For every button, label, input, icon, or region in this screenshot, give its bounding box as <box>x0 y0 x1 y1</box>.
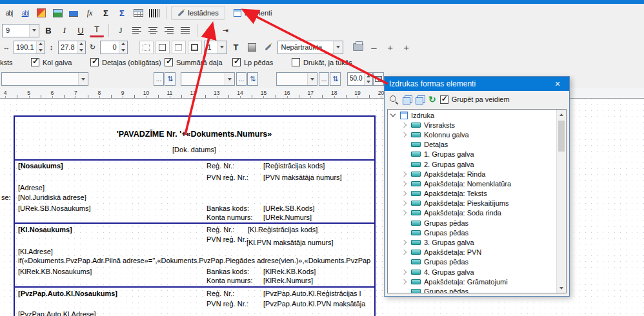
size-spinner[interactable]: 50.0 <box>347 72 373 86</box>
text-style-button[interactable]: J <box>114 23 128 37</box>
browse-button[interactable]: ... <box>154 72 164 86</box>
tree-item[interactable]: Apakšdetaļa: Soda rinda <box>388 208 556 218</box>
settings-button[interactable]: Iestādnes <box>171 6 225 20</box>
tree-item[interactable]: Grupas pēdas <box>388 286 556 293</box>
field-combo[interactable] <box>181 72 235 86</box>
vat-reg-label[interactable]: PVN reģ. Nr.: <box>206 173 248 181</box>
shading-button[interactable] <box>245 40 259 54</box>
band-checkbox[interactable]: Drukāt, ja tukšs <box>292 58 352 66</box>
underline-button[interactable]: U <box>74 23 88 37</box>
supplier-bank-field[interactable]: [URek.SB.Nosaukums] <box>18 204 90 212</box>
frame-box-button[interactable] <box>156 41 170 54</box>
vat-reg-label[interactable]: PVN reģ. Nr.: <box>206 300 248 308</box>
tree-item[interactable]: Apakšdetaļa: PVN <box>388 248 556 257</box>
tree-item[interactable]: Apakšdetaļa: Teksts <box>388 189 556 199</box>
client-bank-code-field[interactable]: [KlRek.KB.Kods] <box>263 268 316 275</box>
chevron-right-icon[interactable] <box>401 240 407 245</box>
line-tool-button[interactable] <box>261 40 276 54</box>
chevron-right-icon[interactable] <box>401 210 407 215</box>
chevron-right-icon[interactable] <box>401 171 407 176</box>
sort-button[interactable]: ⇅ <box>330 72 341 86</box>
spinner-arrows-icon[interactable] <box>119 41 127 54</box>
supplier-address-field[interactable]: [Adrese] <box>18 184 45 192</box>
vat-reg-field[interactable]: [PVN maksātāja numurs] <box>263 173 342 181</box>
border-width-combo[interactable]: 1 <box>204 41 227 54</box>
account-label[interactable]: Konta numurs: <box>206 277 253 284</box>
tree-item[interactable]: 3. Grupas galva <box>388 237 556 247</box>
grid-toggle-button[interactable] <box>373 72 384 86</box>
spinner-arrows-icon[interactable] <box>36 41 45 54</box>
chevron-right-icon[interactable] <box>401 250 407 255</box>
account-label[interactable]: Konta numurs: <box>206 213 253 221</box>
client-address-field[interactable]: [Kl.Adrese] <box>18 248 53 255</box>
barcode-tool-icon[interactable] <box>147 6 161 20</box>
chart-tool-icon[interactable] <box>66 6 81 20</box>
indent-decrease-button[interactable]: ⇤ <box>202 23 216 37</box>
band-checkbox[interactable]: Summārā daļa <box>165 58 223 66</box>
reg-nr-label[interactable]: Reģ. Nr.: <box>206 290 234 297</box>
italic-button[interactable]: I <box>57 23 72 37</box>
client-bank-field[interactable]: [KlRek.KB.Nosaukums] <box>18 268 92 275</box>
tree-item[interactable]: Kolonnu galva <box>388 130 556 139</box>
chevron-right-icon[interactable] <box>401 181 407 186</box>
table-tool-icon[interactable] <box>131 6 145 20</box>
textbox-tool-icon[interactable]: ab| <box>18 6 32 20</box>
sum-tool-icon[interactable]: Σ <box>99 6 113 20</box>
field-combo[interactable] <box>276 72 317 86</box>
carrier-name-field[interactable]: [PvzPap.Auto.Kl.Nosaukums] <box>18 290 117 297</box>
tree-item[interactable]: Grupas pēdas <box>388 218 556 228</box>
carrier-vat-field[interactable]: [PvzPap.Auto.Kl.PVN maksātāja <box>263 300 376 308</box>
width-spinner[interactable]: 190.1 <box>14 41 45 54</box>
tree-item[interactable]: 4. Grupas galva <box>388 267 556 277</box>
sum-table-tool-icon[interactable]: Σ <box>115 6 129 20</box>
chevron-right-icon[interactable] <box>401 132 407 137</box>
delivery-formula-field[interactable]: if(«Dokuments.PvzPap.Adr.Pilnā adrese»='… <box>18 257 376 264</box>
carrier-address-field[interactable]: [PvzPap.Auto.Kl.Adrese] <box>18 310 96 316</box>
group-by-type-checkbox[interactable]: Grupēt pa veidiem <box>440 95 510 104</box>
font-size-combo[interactable]: 9 <box>2 24 39 37</box>
brush-tool-icon[interactable] <box>34 6 48 20</box>
close-icon[interactable]: × <box>550 77 565 91</box>
chevron-right-icon[interactable] <box>401 123 407 128</box>
tile-windows-icon[interactable] <box>416 95 425 104</box>
rotation-spinner[interactable]: 0 <box>100 41 128 54</box>
browse-button[interactable]: ... <box>319 72 329 86</box>
label-tool-icon[interactable]: ab| <box>2 6 16 20</box>
frame-top-button[interactable] <box>172 41 186 54</box>
elements-button[interactable]: Elementi <box>227 6 279 20</box>
text-frame-button[interactable]: T <box>229 40 243 54</box>
scrollbar-thumb[interactable] <box>558 121 565 152</box>
chevron-right-icon[interactable] <box>401 201 407 206</box>
reg-nr-label[interactable]: Reģ. Nr.: <box>206 162 234 170</box>
cascade-windows-icon[interactable] <box>403 95 412 104</box>
carrier-reg-field[interactable]: [PvzPap.Auto.Kl.Reģistrācijas I <box>263 290 376 297</box>
doc-date-field[interactable]: [Dok. datums] <box>14 146 375 153</box>
client-vat-field[interactable]: [Kl.PVN maksātāja numurs] <box>247 239 334 246</box>
align-justify-button[interactable] <box>178 23 192 37</box>
tree-item[interactable]: 2. Grupas galva <box>388 159 556 169</box>
reg-nr-label[interactable]: Reģ. Nr.: <box>206 226 234 233</box>
height-spinner[interactable]: 27.8 <box>58 41 86 54</box>
reg-nr-field[interactable]: [Reģistrācijas kods] <box>263 162 325 170</box>
line-style-combo[interactable]: Nepārtraukta <box>277 41 343 54</box>
align-right-button[interactable] <box>162 23 176 37</box>
bold-button[interactable]: B <box>41 23 55 37</box>
chevron-right-icon[interactable] <box>401 191 407 196</box>
refresh-icon[interactable]: ↻ <box>428 95 436 104</box>
client-name-field[interactable]: [Kl.Nosaukums] <box>18 226 72 233</box>
tree-item[interactable]: 1. Grupas galva <box>388 150 556 159</box>
legal-address-field[interactable]: [Nol.Juridiskā adrese] <box>18 193 86 201</box>
spinner-arrows-icon[interactable] <box>364 73 372 85</box>
client-account-field[interactable]: [KlRek.Numurs] <box>263 277 313 284</box>
field-combo[interactable] <box>1 72 88 86</box>
zoom-out-button[interactable]: – <box>367 40 381 54</box>
image-tool-icon[interactable] <box>50 6 65 20</box>
print-button[interactable] <box>351 40 365 54</box>
frame-none-button[interactable] <box>139 41 154 54</box>
font-color-button[interactable]: T <box>90 23 104 37</box>
tree-item[interactable]: Apakšdetaļa: Rinda <box>388 169 556 179</box>
bank-code-label[interactable]: Bankas kods: <box>206 204 249 212</box>
bank-code-label[interactable]: Bankas kods: <box>206 268 249 275</box>
tree-scrollbar[interactable] <box>556 110 566 293</box>
scroll-down-icon[interactable] <box>557 283 566 293</box>
